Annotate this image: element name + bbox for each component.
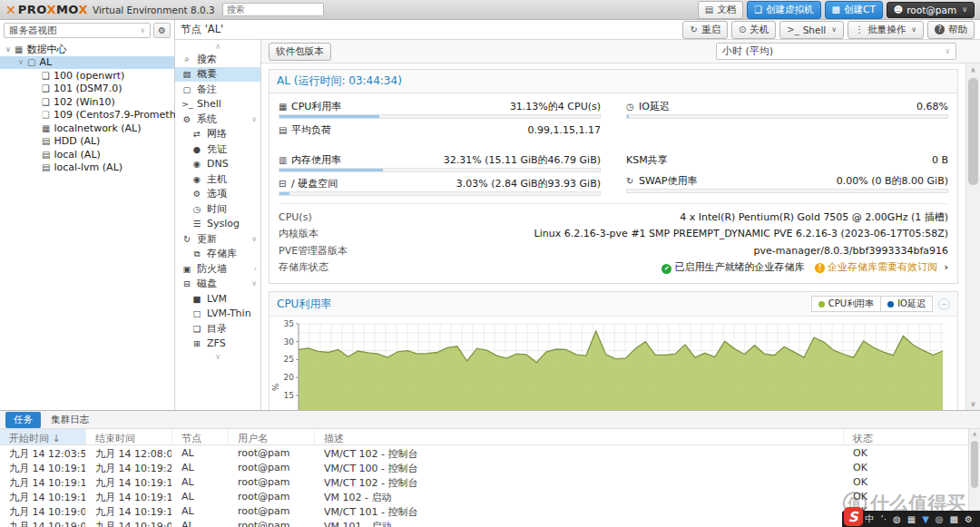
scroll-up-icon[interactable]: ∧ (966, 63, 980, 76)
settings-icon[interactable]: ⚙ (965, 514, 973, 524)
nav-item-zfs[interactable]: ⊞ZFS (175, 337, 260, 352)
bulk-actions-button[interactable]: ⋮批量操作∨ (848, 21, 924, 39)
task-cell-status[interactable]: OK (844, 445, 980, 460)
task-cell-desc[interactable]: VM/CT 100 - 控制台 (315, 460, 844, 474)
task-cell-user[interactable]: root@pam (229, 518, 315, 527)
nav-item-options[interactable]: ⚙选项 (175, 187, 260, 202)
nav-item-certificates[interactable]: ●凭证 (175, 142, 260, 157)
global-search-input[interactable] (222, 3, 324, 16)
nav-item-syslog[interactable]: ☰Syslog (175, 217, 260, 232)
nav-item-updates[interactable]: ↻更新∨ (175, 231, 260, 247)
tree-item-localnetwork[interactable]: ▦localnetwork (AL) (0, 122, 174, 135)
chevron-right-icon[interactable]: › (944, 261, 948, 273)
legend-item-cpu[interactable]: CPU利用率 (811, 296, 881, 312)
nav-item-notes[interactable]: ▢备注 (175, 82, 260, 97)
tree-item-node-al[interactable]: ∨▢AL (0, 56, 174, 70)
nav-item-directory[interactable]: ❏目录 (175, 321, 260, 337)
task-cell-node[interactable]: AL (172, 445, 229, 460)
task-cell-user[interactable]: root@pam (229, 503, 315, 518)
nav-scroll-down-icon[interactable]: ∨ (175, 351, 260, 362)
nav-item-dns[interactable]: ◉DNS (175, 157, 260, 172)
nav-item-hosts[interactable]: ◉主机 (175, 171, 260, 187)
task-cell-node[interactable]: AL (172, 518, 229, 527)
task-cell-start[interactable]: 九月 14 10:19:19 (0, 460, 86, 474)
nav-item-summary[interactable]: ▤概要 (175, 67, 260, 83)
task-cell-start[interactable]: 九月 14 10:19:11 (0, 489, 86, 503)
nav-item-time[interactable]: ◷时间 (175, 201, 260, 217)
task-cell-desc[interactable]: VM 102 - 启动 (315, 489, 844, 503)
user-menu-button[interactable]: ☻root@pam∨ (887, 2, 975, 18)
tree-item-datacenter[interactable]: ∨▦数据中心 (0, 43, 174, 56)
tree-item-storage-local[interactable]: ▤local (AL) (0, 148, 174, 161)
task-cell-status[interactable]: OK (844, 460, 980, 474)
task-cell-node[interactable]: AL (172, 503, 229, 518)
microphone-icon[interactable]: ◍ (893, 514, 901, 524)
emoji-icon[interactable]: ◎ (936, 514, 944, 524)
tree-item-storage-hdd[interactable]: ▤HDD (AL) (0, 135, 174, 149)
chinese-mode-icon[interactable]: 中 (866, 512, 875, 525)
task-cell-node[interactable]: AL (172, 489, 229, 503)
punctuation-icon[interactable]: ’· (881, 514, 887, 524)
tree-item-vm-109[interactable]: ❑109 (Centos7.9-Prometheus) (0, 109, 174, 122)
nav-item-disks[interactable]: ⊟磁盘∨ (175, 277, 260, 292)
nav-item-search[interactable]: ⌕搜索 (175, 52, 260, 67)
sogou-logo-icon[interactable]: S (844, 507, 863, 526)
shell-button[interactable]: >_Shell∨ (779, 21, 844, 39)
legend-item-io[interactable]: IO延迟 (881, 296, 933, 312)
view-settings-button[interactable]: ⚙ (153, 23, 171, 38)
package-versions-button[interactable]: 软件包版本 (269, 43, 331, 61)
tree-item-vm-102[interactable]: ❑102 (Win10) (0, 95, 174, 109)
collapse-panel-icon[interactable]: − (938, 298, 950, 310)
task-cell-end[interactable]: 九月 14 10:19:09 (86, 518, 172, 527)
task-cell-user[interactable]: root@pam (229, 474, 315, 489)
scrollbar-thumb[interactable] (968, 78, 978, 185)
tab-tasks[interactable]: 任务 (5, 412, 41, 428)
task-cell-user[interactable]: root@pam (229, 489, 315, 503)
keyboard-icon[interactable]: ▦ (907, 514, 916, 524)
scrollbar-thumb[interactable] (971, 441, 978, 488)
tree-item-vm-101[interactable]: ❑101 (DSM7.0) (0, 83, 174, 96)
task-cell-end[interactable]: 九月 14 10:19:12 (86, 489, 172, 503)
view-mode-select[interactable]: 服务器视图∨ (4, 23, 151, 38)
task-cell-status[interactable]: OK (844, 474, 980, 489)
task-cell-node[interactable]: AL (172, 474, 229, 489)
content-scrollbar[interactable]: ∧ ∨ (965, 63, 980, 410)
task-cell-end[interactable]: 九月 14 10:19:10 (86, 503, 172, 518)
task-cell-user[interactable]: root@pam (229, 460, 315, 474)
task-cell-start[interactable]: 九月 14 12:03:57 (0, 445, 86, 460)
tree-item-storage-local-lvm[interactable]: ▤local-lvm (AL) (0, 161, 174, 175)
task-cell-desc[interactable]: VM/CT 102 - 控制台 (315, 474, 844, 489)
tab-cluster-log[interactable]: 集群日志 (43, 412, 97, 428)
col-node[interactable]: 节点 (172, 429, 229, 445)
col-description[interactable]: 描述 (315, 429, 844, 445)
task-cell-desc[interactable]: VM/CT 101 - 控制台 (315, 503, 844, 518)
col-end-time[interactable]: 结束时间 (86, 429, 172, 445)
task-cell-start[interactable]: 九月 14 10:19:13 (0, 474, 86, 489)
col-status[interactable]: 状态 (844, 429, 980, 445)
nav-scroll-up-icon[interactable]: ∧ (175, 41, 260, 52)
task-cell-end[interactable]: 九月 14 10:19:18 (86, 474, 172, 489)
task-cell-status[interactable]: OK (844, 489, 980, 503)
create-ct-button[interactable]: ▩创建CT (825, 1, 883, 19)
help-button[interactable]: ?帮助 (927, 21, 975, 39)
task-cell-node[interactable]: AL (172, 460, 229, 474)
col-user[interactable]: 用户名 (229, 429, 315, 445)
scroll-up-icon[interactable]: ∧ (969, 429, 980, 440)
task-cell-start[interactable]: 九月 14 10:19:08 (0, 518, 86, 527)
nav-item-network[interactable]: ⇄网络 (175, 127, 260, 142)
nav-item-lvm-thin[interactable]: □LVM-Thin (175, 307, 260, 322)
nav-item-shell[interactable]: >_Shell (175, 97, 260, 112)
skin-icon[interactable]: ▼ (922, 514, 929, 524)
create-vm-button[interactable]: ❑创建虚拟机 (747, 1, 820, 19)
scroll-down-icon[interactable]: ∨ (966, 397, 980, 410)
task-cell-user[interactable]: root@pam (229, 445, 315, 460)
col-start-time[interactable]: 开始时间 ↓ (0, 429, 86, 445)
graph-period-select[interactable]: 小时 (平均)∨ (716, 43, 956, 60)
tree-item-vm-100[interactable]: ❑100 (openwrt) (0, 69, 174, 83)
nav-item-system[interactable]: ⚙系统∨ (175, 112, 260, 127)
restart-button[interactable]: ↻重启 (682, 21, 727, 39)
task-cell-desc[interactable]: VM/CT 102 - 控制台 (315, 445, 844, 460)
nav-item-lvm[interactable]: ■LVM (175, 291, 260, 307)
task-cell-start[interactable]: 九月 14 10:19:09 (0, 503, 86, 518)
task-cell-end[interactable]: 九月 14 10:19:20 (86, 460, 172, 474)
